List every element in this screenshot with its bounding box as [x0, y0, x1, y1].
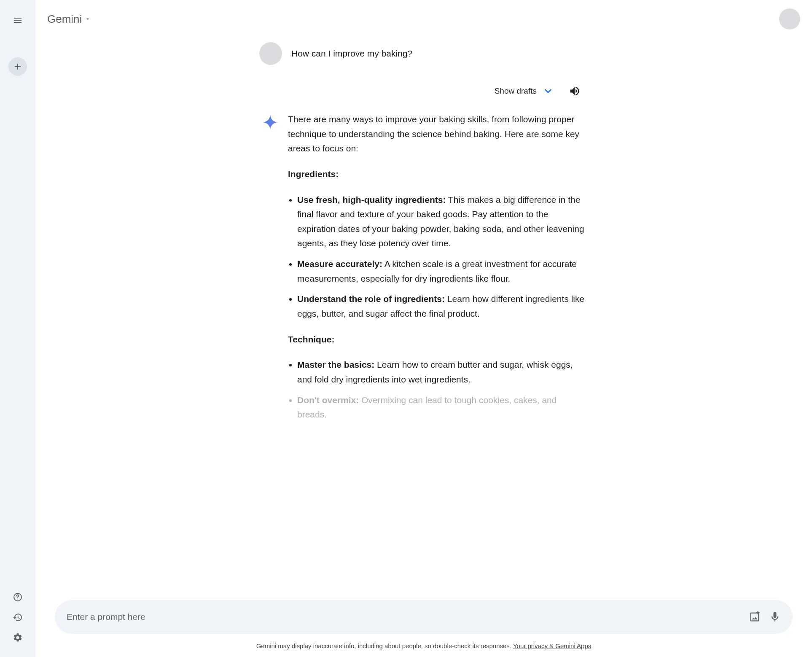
history-icon: [13, 612, 23, 622]
brand-label: Gemini: [47, 13, 82, 26]
assistant-response-row: There are many ways to improve your baki…: [259, 112, 588, 433]
gear-icon: [13, 633, 23, 643]
plus-icon: [13, 62, 23, 72]
gemini-spark-icon: [262, 114, 279, 131]
read-aloud-button[interactable]: [565, 82, 584, 100]
activity-button[interactable]: [8, 608, 27, 627]
show-drafts-button[interactable]: Show drafts: [495, 86, 554, 97]
list-item: Use fresh, high-quality ingredients: Thi…: [297, 193, 588, 251]
microphone-icon: [769, 611, 781, 623]
prompt-input-container: [55, 600, 793, 634]
footer-privacy-link[interactable]: Your privacy & Gemini Apps: [513, 642, 591, 649]
brand-dropdown[interactable]: Gemini: [47, 13, 91, 26]
prompt-input[interactable]: [67, 612, 745, 622]
app-root: Gemini How can I improve my baking? Show…: [0, 0, 812, 657]
chevron-down-icon: [543, 86, 554, 97]
section-heading: Ingredients:: [288, 167, 588, 182]
conversation-scroll[interactable]: How can I improve my baking? Show drafts: [35, 38, 812, 600]
input-area: [35, 600, 812, 636]
caret-down-icon: [84, 16, 91, 22]
svg-point-1: [17, 599, 18, 600]
response-actions: Show drafts: [259, 82, 588, 100]
user-avatar: [259, 42, 282, 65]
content-fade: [35, 566, 812, 600]
sidebar: [0, 0, 35, 657]
user-message-row: How can I improve my baking?: [259, 42, 588, 65]
response-section-0: Ingredients: Use fresh, high-quality ing…: [288, 167, 588, 321]
help-icon: [13, 592, 23, 602]
footer-text: Gemini may display inaccurate info, incl…: [256, 642, 513, 649]
footer-disclaimer: Gemini may display inaccurate info, incl…: [35, 636, 812, 657]
section-list: Master the basics: Learn how to cream bu…: [288, 358, 588, 422]
assistant-response-body: There are many ways to improve your baki…: [288, 112, 588, 433]
user-avatar-header[interactable]: [779, 8, 800, 30]
new-chat-button[interactable]: [8, 57, 27, 76]
list-item: Understand the role of ingredients: Lear…: [297, 292, 588, 321]
response-intro: There are many ways to improve your baki…: [288, 112, 588, 156]
list-item: Master the basics: Learn how to cream bu…: [297, 358, 588, 387]
menu-icon: [13, 15, 23, 25]
volume-icon: [569, 85, 581, 97]
main-area: Gemini How can I improve my baking? Show…: [35, 0, 812, 657]
user-prompt-text: How can I improve my baking?: [291, 48, 412, 59]
list-item: Measure accurately: A kitchen scale is a…: [297, 257, 588, 286]
microphone-button[interactable]: [765, 607, 785, 627]
section-list: Use fresh, high-quality ingredients: Thi…: [288, 193, 588, 321]
list-item: Don't overmix: Overmixing can lead to to…: [297, 393, 588, 422]
header: Gemini: [35, 0, 812, 38]
help-button[interactable]: [8, 588, 27, 606]
response-section-1: Technique: Master the basics: Learn how …: [288, 332, 588, 422]
show-drafts-label: Show drafts: [495, 86, 537, 96]
main-menu-button[interactable]: [8, 10, 28, 30]
image-add-icon: [749, 611, 761, 623]
upload-image-button[interactable]: [745, 607, 765, 627]
conversation: How can I improve my baking? Show drafts: [251, 42, 597, 433]
section-heading: Technique:: [288, 332, 588, 347]
settings-button[interactable]: [8, 628, 27, 647]
